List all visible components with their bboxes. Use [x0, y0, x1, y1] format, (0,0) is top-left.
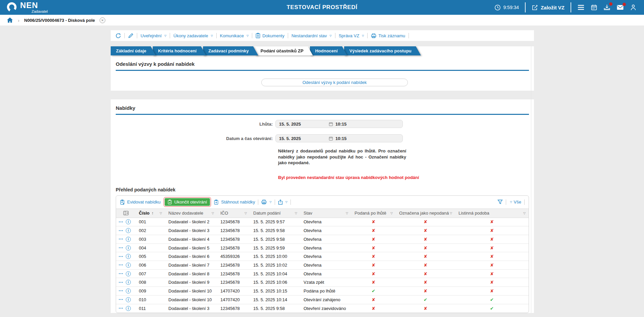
table-row[interactable]: •••i005Dodavatel - školení 64535932615. …: [116, 252, 529, 261]
tab-zakladni-udaje[interactable]: Základní údaje: [111, 46, 156, 55]
row-menu-button[interactable]: •••: [119, 281, 123, 284]
home-icon[interactable]: [7, 17, 13, 23]
column-header-nepodana[interactable]: Označena jako nepodaná▽: [396, 209, 455, 218]
column-header-ico[interactable]: IČO▽: [217, 209, 250, 218]
menu-ukony-zadavatele[interactable]: Úkony zadavatele▽: [173, 33, 213, 38]
table-row[interactable]: •••i011Dodavatel - školení 31234567815. …: [116, 304, 529, 313]
table-row[interactable]: •••i003Dodavatel - školení 41234567815. …: [116, 235, 529, 244]
tab-vysledek-zadavaciho-postupu[interactable]: Výsledek zadávacího postupu: [344, 46, 421, 55]
column-header-datum[interactable]: Datum podání▽: [250, 209, 300, 218]
filter-chevron-icon[interactable]: ▽: [450, 212, 452, 215]
column-header-cislo[interactable]: Číslo ↑ ▽: [136, 209, 165, 218]
cross-icon: ✘: [351, 254, 396, 259]
row-menu-button[interactable]: •••: [119, 263, 123, 267]
row-menu-button[interactable]: •••: [119, 289, 123, 292]
menu-nestandardni-stav[interactable]: Nestandardní stav▽: [291, 33, 332, 38]
refresh-button[interactable]: [115, 33, 121, 39]
row-info-button[interactable]: i: [126, 254, 131, 259]
row-menu-button[interactable]: •••: [119, 255, 123, 258]
menu-button[interactable]: [577, 4, 585, 10]
deadline-time-value[interactable]: 10:15: [335, 122, 346, 127]
end-opening-button[interactable]: Ukončit otevírání: [165, 198, 210, 206]
scrollbar[interactable]: [531, 46, 534, 313]
filter-chevron-icon[interactable]: ▽: [160, 212, 162, 215]
row-info-button[interactable]: i: [126, 306, 131, 311]
column-header-po-lhute[interactable]: Podaná po lhůtě▽: [351, 209, 396, 218]
nen-logo[interactable]: NEN Zadavatel: [6, 1, 48, 13]
column-header-nazev[interactable]: Název dodavatele▽: [165, 209, 217, 218]
row-menu-button[interactable]: •••: [119, 237, 123, 241]
tab-podani-ucastniku-zp[interactable]: Podání účastníků ZP: [255, 46, 313, 55]
breadcrumb-item[interactable]: N006/25/V00004673 - Disková pole: [24, 18, 95, 23]
column-header-listinna[interactable]: Listinná podoba▽: [455, 209, 529, 218]
export-button[interactable]: ▽: [278, 199, 287, 205]
table-row[interactable]: •••i001Dodavatel - školení 21234567815. …: [116, 218, 529, 227]
row-menu-button[interactable]: •••: [119, 298, 123, 301]
row-menu-button[interactable]: •••: [119, 229, 123, 232]
filter-chevron-icon[interactable]: ▽: [523, 212, 526, 215]
filter-chevron-icon[interactable]: ▽: [212, 212, 214, 215]
menu-uverejneni[interactable]: Uveřejnění▽: [141, 33, 166, 38]
person-icon: [630, 4, 637, 11]
menu-komunikace[interactable]: Komunikace▽: [220, 33, 249, 38]
send-call-button[interactable]: Odeslání výzvy k podání nabídek: [261, 79, 408, 86]
opening-field[interactable]: 15. 5. 2025 10:15: [275, 134, 403, 142]
calendar-button[interactable]: [591, 4, 597, 11]
downloads-button[interactable]: [603, 4, 610, 11]
tab-kriteria-hodnoceni[interactable]: Kritéria hodnocení: [153, 46, 206, 55]
logo-text: NEN: [20, 1, 38, 10]
row-info-button[interactable]: i: [126, 280, 131, 285]
messages-button[interactable]: [616, 4, 624, 10]
calendar-small-icon[interactable]: [329, 136, 333, 141]
download-offers-button[interactable]: Stáhnout nabídky: [214, 199, 255, 205]
row-info-button[interactable]: i: [126, 297, 131, 302]
table-row[interactable]: •••i008Dodavatel - školení 91234567815. …: [116, 278, 529, 287]
row-info-button[interactable]: i: [126, 271, 131, 276]
row-info-button[interactable]: i: [126, 228, 131, 233]
record-offer-button[interactable]: Evidovat nabídku: [120, 199, 161, 205]
table-row[interactable]: •••i002Dodavatel - školení 31234567815. …: [116, 226, 529, 235]
column-header-stav[interactable]: Stav▽: [300, 209, 351, 218]
filter-all-button[interactable]: ▽ Vše: [509, 199, 521, 205]
tab-hodnoceni[interactable]: Hodnocení: [310, 46, 347, 55]
table-row[interactable]: •••i006Dodavatel - školení 71234567815. …: [116, 261, 529, 270]
table-row[interactable]: •••i007Dodavatel - školení 81234567815. …: [116, 270, 529, 278]
row-menu-button[interactable]: •••: [119, 220, 123, 224]
print-record-button[interactable]: Tisk záznamu: [371, 33, 405, 38]
row-menu-button[interactable]: •••: [119, 272, 123, 275]
deadline-date-value[interactable]: 15. 5. 2025: [276, 122, 329, 127]
row-info-button[interactable]: i: [126, 219, 131, 224]
table-row[interactable]: •••i004Dodavatel - školení 51234567815. …: [116, 244, 529, 253]
filter-chevron-icon[interactable]: ▽: [295, 212, 297, 215]
cell-supplier: Dodavatel - školení 10: [165, 297, 217, 302]
row-info-button[interactable]: i: [126, 245, 131, 251]
profile-button[interactable]: [630, 4, 637, 11]
filter-chevron-icon[interactable]: ▽: [346, 212, 348, 215]
calendar-small-icon[interactable]: [329, 122, 333, 126]
edit-record-button[interactable]: [128, 33, 133, 38]
row-info-button[interactable]: i: [126, 288, 131, 293]
close-tab-icon[interactable]: ✕: [100, 17, 105, 23]
filter-chevron-icon[interactable]: ▽: [390, 212, 393, 215]
cell-supplier: Dodavatel - školení 9: [165, 280, 217, 285]
tab-zadavaci-podminky[interactable]: Zadávací podmínky: [203, 46, 258, 55]
deadline-field[interactable]: 15. 5. 2025 10:15: [275, 120, 403, 128]
filter-chevron-icon[interactable]: ▽: [245, 212, 247, 215]
create-vz-button[interactable]: Založit VZ: [532, 4, 565, 11]
opening-time-value[interactable]: 10:15: [335, 136, 346, 141]
session-clock: 9:59:34: [494, 4, 519, 11]
cell-number: 004: [136, 245, 165, 251]
table-row[interactable]: •••i009Dodavatel - školení 101470742015.…: [116, 287, 529, 296]
row-info-button[interactable]: i: [126, 263, 131, 268]
menu-dokumenty[interactable]: Dokumenty: [256, 33, 284, 38]
cross-icon: ✘: [396, 245, 455, 251]
print-table-button[interactable]: ▽: [261, 199, 271, 205]
menu-sprava-vz[interactable]: Správa VZ▽: [339, 33, 364, 38]
row-menu-button[interactable]: •••: [119, 307, 123, 310]
row-menu-button[interactable]: •••: [119, 246, 123, 250]
column-settings-button[interactable]: [116, 209, 136, 218]
table-row[interactable]: •••i010Dodavatel - školení 101470742015.…: [116, 296, 529, 304]
opening-date-value[interactable]: 15. 5. 2025: [276, 136, 329, 141]
row-info-button[interactable]: i: [126, 237, 131, 242]
filter-funnel-icon[interactable]: [497, 199, 503, 205]
